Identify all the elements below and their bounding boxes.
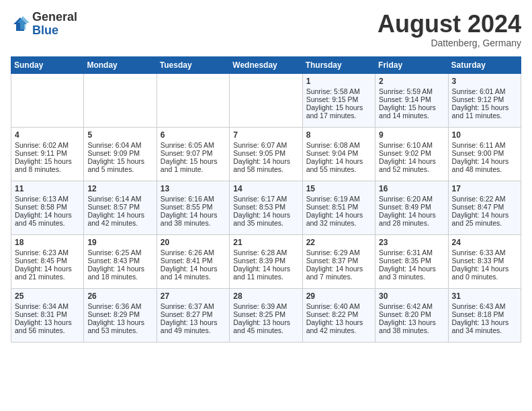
cell-text: Sunrise: 6:11 AM — [452, 141, 517, 149]
cell-text: Sunset: 8:45 PM — [15, 257, 80, 265]
page-header: General Blue August 2024 Dattenberg, Ger… — [11, 11, 521, 48]
cell-text: Sunrise: 6:16 AM — [161, 195, 226, 203]
calendar-cell: 18Sunrise: 6:23 AMSunset: 8:45 PMDayligh… — [11, 234, 84, 288]
cell-text: Daylight: 14 hours and 18 minutes. — [87, 265, 152, 281]
cell-text: Sunrise: 6:39 AM — [233, 302, 298, 310]
cell-text: Daylight: 14 hours and 7 minutes. — [306, 265, 371, 281]
cell-text: Sunrise: 6:28 AM — [233, 248, 298, 257]
cell-text: Sunset: 8:57 PM — [87, 203, 152, 211]
calendar-cell: 31Sunrise: 6:43 AMSunset: 8:18 PMDayligh… — [448, 288, 521, 342]
calendar-cell: 20Sunrise: 6:26 AMSunset: 8:41 PMDayligh… — [157, 234, 229, 288]
calendar-cell: 23Sunrise: 6:31 AMSunset: 8:35 PMDayligh… — [375, 234, 448, 288]
cell-text: Daylight: 15 hours and 11 minutes. — [452, 103, 517, 120]
header-day-monday: Monday — [84, 56, 157, 73]
cell-text: Sunset: 8:27 PM — [161, 310, 226, 318]
day-number: 17 — [452, 184, 517, 193]
cell-text: Daylight: 13 hours and 56 minutes. — [15, 318, 80, 334]
cell-text: Sunrise: 6:26 AM — [161, 248, 226, 257]
cell-text: Sunset: 8:58 PM — [15, 203, 80, 211]
calendar-cell: 1Sunrise: 5:58 AMSunset: 9:15 PMDaylight… — [302, 73, 375, 127]
cell-text: Sunrise: 6:20 AM — [379, 195, 444, 203]
day-number: 6 — [161, 130, 226, 140]
week-row-4: 25Sunrise: 6:34 AMSunset: 8:31 PMDayligh… — [11, 288, 521, 342]
cell-text: Sunrise: 6:02 AM — [15, 141, 80, 149]
cell-text: Sunrise: 6:22 AM — [452, 195, 517, 203]
cell-text: Sunset: 8:33 PM — [452, 257, 517, 265]
cell-text: Sunrise: 6:19 AM — [306, 195, 371, 203]
cell-text: Sunset: 8:47 PM — [452, 203, 517, 211]
title-block: August 2024 Dattenberg, Germany — [378, 11, 521, 48]
cell-text: Sunrise: 6:07 AM — [233, 141, 298, 149]
cell-text: Sunset: 8:20 PM — [379, 310, 444, 318]
day-number: 11 — [15, 184, 80, 193]
calendar-cell: 11Sunrise: 6:13 AMSunset: 8:58 PMDayligh… — [11, 181, 84, 234]
day-number: 21 — [233, 238, 298, 247]
cell-text: Daylight: 14 hours and 3 minutes. — [379, 265, 444, 281]
calendar-cell: 12Sunrise: 6:14 AMSunset: 8:57 PMDayligh… — [84, 181, 157, 234]
cell-text: Daylight: 14 hours and 55 minutes. — [306, 157, 371, 173]
cell-text: Daylight: 14 hours and 28 minutes. — [379, 211, 444, 227]
cell-text: Sunset: 8:22 PM — [306, 310, 371, 318]
week-row-2: 11Sunrise: 6:13 AMSunset: 8:58 PMDayligh… — [11, 181, 521, 234]
header-row: SundayMondayTuesdayWednesdayThursdayFrid… — [11, 56, 521, 73]
day-number: 25 — [15, 291, 80, 301]
calendar-cell: 14Sunrise: 6:17 AMSunset: 8:53 PMDayligh… — [230, 181, 302, 234]
day-number: 31 — [452, 291, 517, 301]
cell-text: Sunset: 8:37 PM — [306, 257, 371, 265]
cell-text: Sunrise: 6:13 AM — [15, 195, 80, 203]
calendar-cell — [11, 73, 84, 127]
cell-text: Sunset: 8:55 PM — [161, 203, 226, 211]
cell-text: Sunrise: 6:25 AM — [87, 248, 152, 257]
cell-text: Sunset: 9:14 PM — [379, 95, 444, 103]
cell-text: Sunset: 9:12 PM — [452, 95, 517, 103]
cell-text: Sunrise: 6:17 AM — [233, 195, 298, 203]
calendar-header: SundayMondayTuesdayWednesdayThursdayFrid… — [11, 56, 521, 73]
cell-text: Sunset: 9:05 PM — [233, 149, 298, 157]
calendar-cell — [230, 73, 302, 127]
day-number: 15 — [306, 184, 371, 193]
cell-text: Sunrise: 6:10 AM — [379, 141, 444, 149]
cell-text: Daylight: 14 hours and 58 minutes. — [233, 157, 298, 173]
cell-text: Sunrise: 6:40 AM — [306, 302, 371, 310]
logo-icon — [11, 15, 30, 34]
cell-text: Sunrise: 6:31 AM — [379, 248, 444, 257]
week-row-1: 4Sunrise: 6:02 AMSunset: 9:11 PMDaylight… — [11, 127, 521, 181]
cell-text: Sunrise: 6:01 AM — [452, 87, 517, 95]
day-number: 14 — [233, 184, 298, 193]
cell-text: Sunset: 9:15 PM — [306, 95, 371, 103]
header-day-saturday: Saturday — [448, 56, 521, 73]
header-day-friday: Friday — [375, 56, 448, 73]
calendar-table: SundayMondayTuesdayWednesdayThursdayFrid… — [11, 56, 521, 342]
day-number: 7 — [233, 130, 298, 140]
day-number: 16 — [379, 184, 444, 193]
cell-text: Sunset: 8:18 PM — [452, 310, 517, 318]
cell-text: Daylight: 14 hours and 35 minutes. — [233, 211, 298, 227]
calendar-cell: 28Sunrise: 6:39 AMSunset: 8:25 PMDayligh… — [230, 288, 302, 342]
cell-text: Daylight: 13 hours and 53 minutes. — [87, 318, 152, 334]
cell-text: Sunrise: 6:08 AM — [306, 141, 371, 149]
calendar-cell: 19Sunrise: 6:25 AMSunset: 8:43 PMDayligh… — [84, 234, 157, 288]
day-number: 24 — [452, 238, 517, 247]
cell-text: Sunset: 9:07 PM — [161, 149, 226, 157]
calendar-cell — [157, 73, 229, 127]
calendar-cell — [84, 73, 157, 127]
cell-text: Sunrise: 6:37 AM — [161, 302, 226, 310]
header-day-sunday: Sunday — [11, 56, 84, 73]
cell-text: Sunrise: 6:43 AM — [452, 302, 517, 310]
cell-text: Daylight: 14 hours and 21 minutes. — [15, 265, 80, 281]
logo-text: General Blue — [32, 11, 77, 38]
calendar-cell: 5Sunrise: 6:04 AMSunset: 9:09 PMDaylight… — [84, 127, 157, 181]
calendar-cell: 7Sunrise: 6:07 AMSunset: 9:05 PMDaylight… — [230, 127, 302, 181]
week-row-3: 18Sunrise: 6:23 AMSunset: 8:45 PMDayligh… — [11, 234, 521, 288]
calendar-cell: 25Sunrise: 6:34 AMSunset: 8:31 PMDayligh… — [11, 288, 84, 342]
header-day-tuesday: Tuesday — [157, 56, 229, 73]
cell-text: Daylight: 14 hours and 52 minutes. — [379, 157, 444, 173]
cell-text: Sunrise: 6:36 AM — [87, 302, 152, 310]
cell-text: Daylight: 14 hours and 25 minutes. — [452, 211, 517, 227]
calendar-cell: 6Sunrise: 6:05 AMSunset: 9:07 PMDaylight… — [157, 127, 229, 181]
day-number: 10 — [452, 130, 517, 140]
calendar-cell: 30Sunrise: 6:42 AMSunset: 8:20 PMDayligh… — [375, 288, 448, 342]
cell-text: Sunset: 9:04 PM — [306, 149, 371, 157]
header-day-wednesday: Wednesday — [230, 56, 302, 73]
cell-text: Sunset: 9:02 PM — [379, 149, 444, 157]
